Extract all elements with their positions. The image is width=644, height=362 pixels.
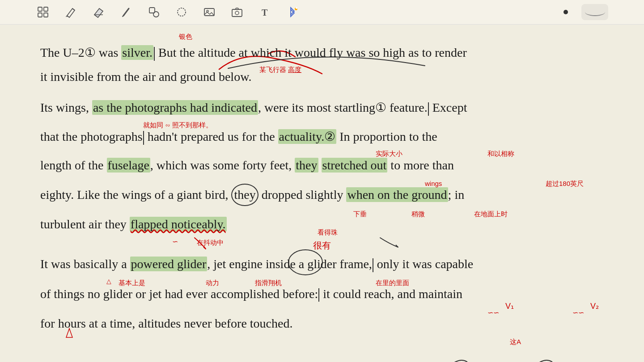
paragraph-2a: Its wings, as the photographs had indica… [40,97,604,118]
highlight-when-ground: when on the ground [346,187,448,202]
text-in-proportion: In proportion to the [339,130,437,143]
camera-icon[interactable] [230,5,244,19]
toolbar: T [0,0,644,25]
highlight-powered-glider: powered glider [130,257,208,271]
paragraph-2b: that the photographs hadn't prepared us … [40,126,604,147]
annotation-henyou: 很有 [313,238,331,253]
highlight-silver: silver. [121,45,153,60]
image-icon[interactable] [202,5,216,19]
paragraph-2c: length of the fuselage, which was some f… [40,155,604,176]
stroke-preview[interactable] [581,4,608,20]
svg-rect-0 [38,7,42,11]
text-icon[interactable]: T [258,5,272,19]
svg-rect-2 [38,13,42,17]
annotation-yinse: 银色 [179,31,192,42]
svg-text:T: T [262,8,268,17]
highlight-stretched: stretched out [322,158,388,173]
paragraph-2d: eighty. Like the wings of a giant bird, … [40,184,604,206]
svg-point-11 [235,11,239,15]
highlight-as-photos: as the photographs had indicated [92,100,258,115]
annotation-zhea: 这A [510,337,521,348]
svg-point-7 [178,8,186,16]
paragraph-3c: for hours at a time, altitudes never bef… [40,313,604,334]
pen-icon[interactable] [64,5,78,19]
highlight-flapped: flapped noticeably. [130,217,227,232]
paragraph-1b: it invisible from the air and ground bel… [40,67,604,87]
paragraph-3a: It was basically a powered glider, jet e… [40,254,604,274]
highlight-actuality: actuality.② [278,129,337,144]
highlighter-icon[interactable] [119,5,133,19]
svg-rect-3 [44,13,48,17]
svg-point-14 [296,7,297,9]
bluetooth-icon[interactable] [285,5,300,19]
highlight-they-circle: they [231,184,258,206]
library-icon[interactable] [36,5,50,19]
svg-rect-8 [204,8,214,16]
svg-point-6 [153,12,159,17]
highlight-fuselage: fuselage [107,158,150,173]
svg-rect-10 [232,9,242,17]
lasso-icon[interactable] [174,5,189,19]
shapes-icon[interactable] [147,5,161,19]
svg-rect-1 [44,7,48,11]
eraser-icon[interactable] [91,5,106,19]
paragraph-2e: turbulent air they flapped noticeably. [40,214,604,235]
bullet-dot [564,10,568,14]
content-area: 银色 The U–2① was silver. But the altitude… [0,25,644,362]
paragraph-3b: of things no glider or jet had ever acco… [40,284,604,304]
highlight-they1: they [295,158,318,173]
paragraph-1: The U–2① was silver. But the altitude at… [40,42,604,63]
